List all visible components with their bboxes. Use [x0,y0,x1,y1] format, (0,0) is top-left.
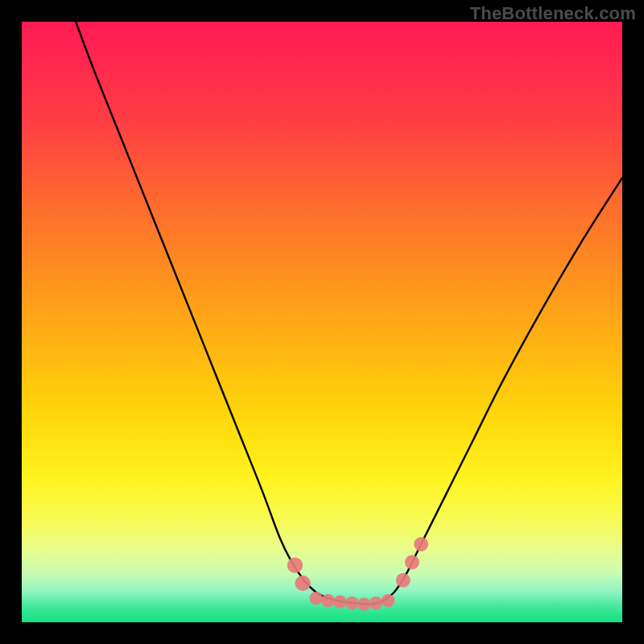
marker-dot [405,555,419,569]
watermark-text: TheBottleneck.com [470,3,636,24]
plot-area [22,22,622,622]
marker-dot [309,592,322,605]
marker-dot [295,576,310,591]
marker-dot [396,573,411,588]
marker-dot [287,557,303,572]
curve-right-curve [370,178,622,605]
curve-left-curve [76,22,370,605]
marker-dot [369,597,382,609]
marker-dot [345,597,358,609]
marker-dot [382,594,394,607]
marker-dot [414,537,428,551]
marker-dot [333,595,346,608]
marker-dot [357,597,370,610]
curve-layer [22,22,622,622]
chart-frame: TheBottleneck.com [0,0,644,644]
marker-dot [321,594,334,607]
